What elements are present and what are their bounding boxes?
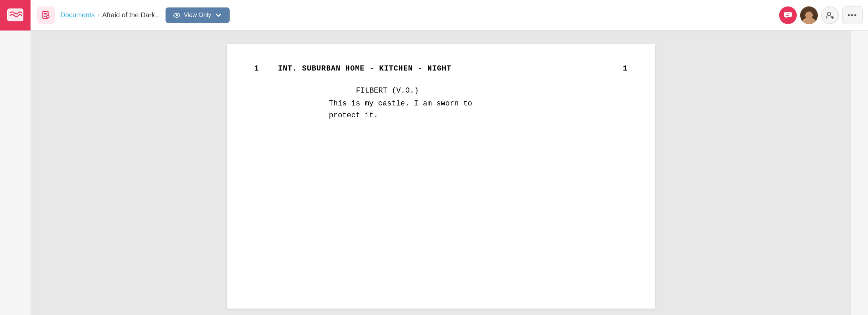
document-page: 1 INT. SUBURBAN HOME - KITCHEN - NIGHT 1… <box>227 44 655 309</box>
breadcrumb: Documents › Afraid of the Dark.. <box>60 11 159 19</box>
app-logo <box>0 0 31 31</box>
breadcrumb-separator: › <box>97 12 99 19</box>
header-right: ••• <box>779 6 863 24</box>
main-container: 1 INT. SUBURBAN HOME - KITCHEN - NIGHT 1… <box>0 31 868 315</box>
scene-heading-line: 1 INT. SUBURBAN HOME - KITCHEN - NIGHT 1 <box>254 64 628 73</box>
document-area: 1 INT. SUBURBAN HOME - KITCHEN - NIGHT 1… <box>31 31 851 315</box>
breadcrumb-current-doc: Afraid of the Dark.. <box>102 11 159 19</box>
chat-icon <box>783 11 793 20</box>
svg-rect-6 <box>784 12 792 17</box>
header: Documents › Afraid of the Dark.. View On… <box>0 0 868 31</box>
add-user-icon <box>826 11 834 20</box>
character-name: FILBERT (V.O.) <box>356 86 628 95</box>
document-icon-button[interactable] <box>37 6 55 24</box>
app-logo-icon <box>6 6 24 24</box>
right-panel <box>851 31 868 315</box>
more-options-button[interactable]: ••• <box>842 6 863 24</box>
user-avatar[interactable] <box>800 6 818 24</box>
more-options-label: ••• <box>847 11 857 20</box>
view-only-label: View Only <box>184 12 211 19</box>
dialogue-line-1: This is my castle. I am sworn to <box>329 99 472 108</box>
breadcrumb-documents-link[interactable]: Documents <box>60 11 95 19</box>
dialogue-text: This is my castle. I am sworn to protect… <box>329 98 628 121</box>
dialogue-block: FILBERT (V.O.) This is my castle. I am s… <box>329 86 628 121</box>
scene-heading-text: INT. SUBURBAN HOME - KITCHEN - NIGHT <box>278 64 614 73</box>
chevron-down-icon <box>215 12 222 19</box>
svg-point-7 <box>827 12 831 16</box>
view-only-button[interactable]: View Only <box>166 7 230 23</box>
user-avatar-image <box>800 6 818 24</box>
scene-number-right: 1 <box>614 64 628 73</box>
add-user-button[interactable] <box>821 6 839 24</box>
scene-number-left: 1 <box>254 64 268 73</box>
left-sidebar <box>0 31 31 315</box>
document-icon <box>41 11 51 20</box>
eye-icon <box>173 12 180 19</box>
svg-point-5 <box>176 14 178 16</box>
chat-avatar-button[interactable] <box>779 6 797 24</box>
dialogue-line-2: protect it. <box>329 111 378 120</box>
